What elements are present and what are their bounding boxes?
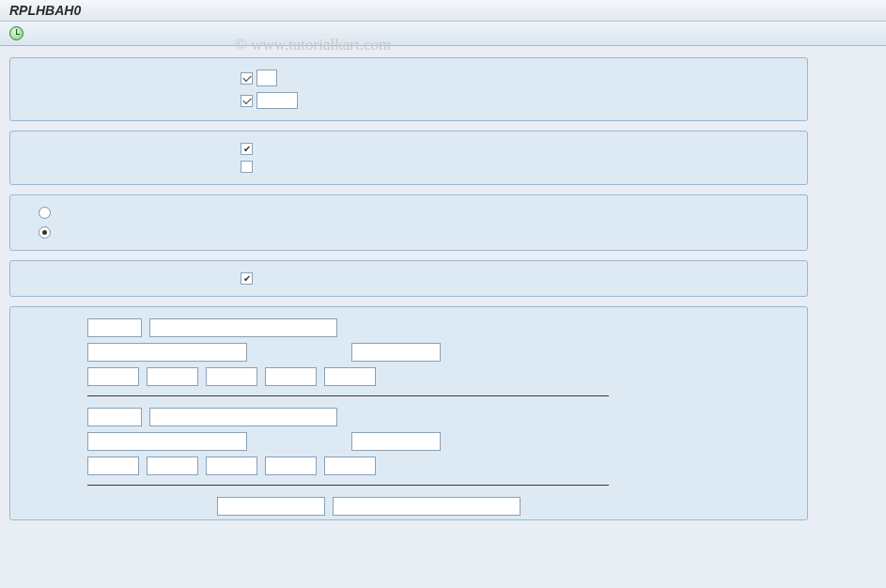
- panel3-radio2[interactable]: [39, 226, 51, 239]
- toolbar: [0, 22, 886, 46]
- g1-r3-f3[interactable]: [206, 367, 257, 386]
- execute-icon[interactable]: [9, 26, 23, 40]
- g2-r3-f2[interactable]: [147, 456, 198, 475]
- fields-group-1: [29, 318, 788, 396]
- g1-r1-f1[interactable]: [87, 318, 142, 337]
- g1-r2-f2[interactable]: [351, 343, 441, 362]
- g2-r2-f1[interactable]: [87, 432, 247, 451]
- divider-1: [87, 395, 609, 396]
- panel1-check1[interactable]: [241, 72, 253, 85]
- g1-r2-f1[interactable]: [87, 343, 247, 362]
- g3-r1-f1[interactable]: [217, 497, 325, 516]
- panel2-check2[interactable]: [241, 161, 253, 173]
- fields-group-2: [29, 408, 788, 486]
- panel-3: [9, 194, 808, 251]
- panel1-check1-box[interactable]: [256, 70, 277, 86]
- g2-r3-f3[interactable]: [206, 456, 257, 475]
- g2-r1-f1[interactable]: [87, 408, 142, 426]
- fields-group-3: [29, 497, 788, 516]
- panel1-check2[interactable]: [241, 95, 253, 107]
- g2-r2-f2[interactable]: [351, 432, 441, 451]
- panel-1: [9, 57, 808, 121]
- g2-r3-f4[interactable]: [265, 456, 317, 475]
- g1-r1-f2[interactable]: [149, 318, 337, 337]
- g1-r3-f5[interactable]: [324, 367, 376, 386]
- page-title: RPLHBAH0: [9, 3, 81, 18]
- g2-r3-f5[interactable]: [324, 456, 376, 475]
- panel1-check2-box[interactable]: [256, 92, 298, 109]
- panel-2: [9, 131, 808, 185]
- title-bar: RPLHBAH0: [0, 0, 886, 22]
- g2-r1-f2[interactable]: [149, 408, 337, 426]
- g3-r1-f2[interactable]: [333, 497, 521, 516]
- panel-4: [9, 260, 808, 297]
- panel3-radio1[interactable]: [39, 207, 51, 219]
- panel-5: [9, 306, 808, 520]
- g1-r3-f2[interactable]: [147, 367, 198, 386]
- panel4-check1[interactable]: [241, 272, 253, 285]
- content-area: [0, 46, 886, 587]
- g1-r3-f1[interactable]: [87, 367, 139, 386]
- panel2-check1[interactable]: [241, 143, 253, 155]
- g1-r3-f4[interactable]: [265, 367, 317, 386]
- g2-r3-f1[interactable]: [87, 456, 139, 475]
- divider-2: [87, 485, 609, 486]
